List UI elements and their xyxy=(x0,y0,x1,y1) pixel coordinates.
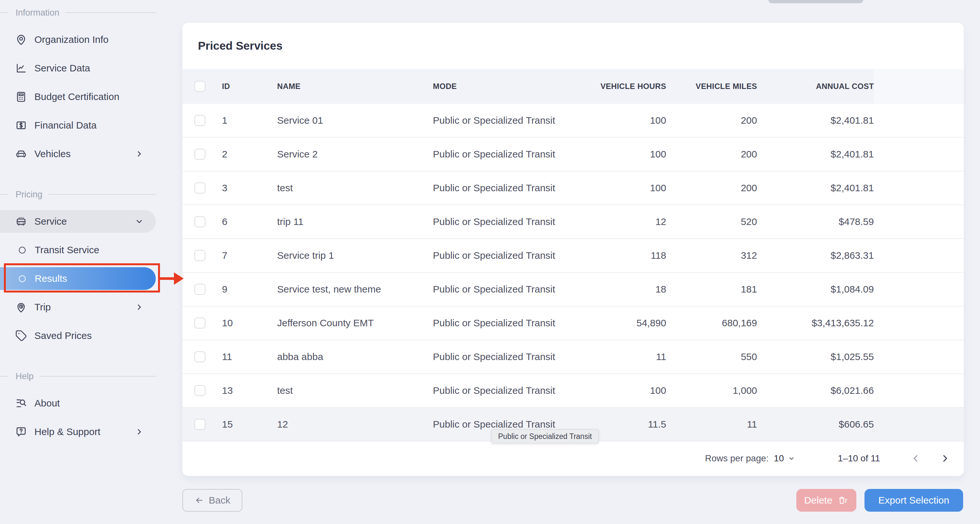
select-all-checkbox[interactable] xyxy=(194,81,205,92)
cell-vehicle-hours: 11 xyxy=(572,340,666,373)
cell-vehicle-miles: 200 xyxy=(666,104,757,137)
cell-empty xyxy=(874,306,964,339)
section-label-text: Information xyxy=(16,8,59,18)
cell-name: trip 11 xyxy=(267,205,423,238)
sidebar-item-label: Help & Support xyxy=(34,426,100,437)
sidebar-item-trip[interactable]: Trip xyxy=(0,293,156,322)
sidebar-item-about[interactable]: About xyxy=(0,389,156,417)
column-header-id[interactable]: ID xyxy=(212,69,267,104)
column-header-vehicle-hours[interactable]: VEHICLE HOURS xyxy=(572,69,666,104)
export-selection-button[interactable]: Export Selection xyxy=(864,489,963,512)
table-row[interactable]: 11 abba abba Public or Specialized Trans… xyxy=(182,340,964,374)
sidebar-item-vehicles[interactable]: Vehicles xyxy=(0,140,156,168)
row-checkbox[interactable] xyxy=(194,216,205,227)
sidebar-item-budget-certification[interactable]: Budget Certification xyxy=(0,83,156,111)
chevron-right-icon xyxy=(134,149,144,159)
cell-annual-cost: $2,401.81 xyxy=(757,104,874,137)
row-checkbox[interactable] xyxy=(194,115,205,126)
back-button[interactable]: Back xyxy=(182,489,242,512)
cell-name: Service 01 xyxy=(267,104,423,137)
table-row[interactable]: 13 test Public or Specialized Transit 10… xyxy=(182,374,964,408)
rows-per-page-label: Rows per page: xyxy=(705,453,768,463)
cell-annual-cost: $2,401.81 xyxy=(757,138,874,171)
list-search-icon xyxy=(15,397,27,409)
cell-name: Service test, new theme xyxy=(267,273,423,306)
cell-vehicle-hours: 100 xyxy=(572,104,666,137)
trip-pin-clock-icon xyxy=(15,301,27,313)
table-row[interactable]: 2 Service 2 Public or Specialized Transi… xyxy=(182,138,964,171)
cell-id: 2 xyxy=(212,138,267,171)
cell-vehicle-miles: 550 xyxy=(666,340,757,373)
row-checkbox[interactable] xyxy=(194,419,205,430)
priced-services-card: Priced Services ID NAME MODE VEHICLE HOU… xyxy=(182,23,964,476)
row-checkbox[interactable] xyxy=(194,250,205,261)
sidebar-item-transit-service[interactable]: Transit Service xyxy=(0,236,156,264)
previous-page-button[interactable] xyxy=(908,451,923,465)
export-button-label: Export Selection xyxy=(878,495,949,506)
sidebar-item-service-data[interactable]: Service Data xyxy=(0,54,156,83)
price-tag-icon xyxy=(15,330,27,342)
sidebar-item-label: Saved Prices xyxy=(34,330,92,341)
mode-tooltip: Public or Specialized Transit xyxy=(491,429,599,443)
table-row[interactable]: 7 Service trip 1 Public or Specialized T… xyxy=(182,239,964,273)
cell-mode: Public or Specialized Transit xyxy=(423,171,572,204)
cell-mode: Public or Specialized Transit xyxy=(423,104,572,137)
column-header-name[interactable]: NAME xyxy=(267,69,423,104)
sidebar-item-label: Transit Service xyxy=(35,244,99,255)
sidebar-item-saved-prices[interactable]: Saved Prices xyxy=(0,322,156,350)
row-checkbox[interactable] xyxy=(194,182,205,193)
row-checkbox[interactable] xyxy=(194,351,205,362)
cell-empty xyxy=(874,273,964,306)
cell-id: 10 xyxy=(212,306,267,339)
rows-per-page-select[interactable]: 10 xyxy=(774,453,796,463)
section-label-pricing: Pricing xyxy=(0,182,162,207)
cell-empty xyxy=(874,205,964,238)
table-row[interactable]: 1 Service 01 Public or Specialized Trans… xyxy=(182,104,964,138)
table-row[interactable]: 3 test Public or Specialized Transit 100… xyxy=(182,171,964,205)
card-title: Priced Services xyxy=(198,39,283,52)
divider xyxy=(0,12,8,13)
row-checkbox[interactable] xyxy=(194,385,205,396)
delete-button[interactable]: Delete xyxy=(796,489,856,512)
section-label-information: Information xyxy=(0,0,162,25)
shuttle-icon xyxy=(15,215,27,228)
chevron-down-icon xyxy=(787,454,796,463)
cell-vehicle-hours: 118 xyxy=(572,239,666,272)
table-row[interactable]: 10 Jefferson County EMT Public or Specia… xyxy=(182,306,964,340)
section-label-text: Help xyxy=(16,371,34,381)
table-row[interactable]: 6 trip 11 Public or Specialized Transit … xyxy=(182,205,964,239)
table-row[interactable]: 9 Service test, new theme Public or Spec… xyxy=(182,273,964,306)
cell-name: Jefferson County EMT xyxy=(267,306,423,339)
sidebar-item-service[interactable]: Service xyxy=(0,210,156,233)
sidebar-item-label: Service xyxy=(34,216,67,227)
cell-vehicle-miles: 1,000 xyxy=(666,374,757,407)
cell-id: 13 xyxy=(212,374,267,407)
column-header-mode[interactable]: MODE xyxy=(423,69,572,104)
next-page-button[interactable] xyxy=(938,451,952,465)
sidebar-item-organization-info[interactable]: Organization Info xyxy=(0,25,156,54)
column-header-vehicle-miles[interactable]: VEHICLE MILES xyxy=(666,69,757,104)
car-icon xyxy=(15,148,27,160)
cell-mode: Public or Specialized Transit xyxy=(423,138,572,171)
sidebar-item-help-support[interactable]: Help & Support xyxy=(0,417,156,446)
sidebar-item-label: Budget Certification xyxy=(34,91,119,102)
sidebar-item-financial-data[interactable]: Financial Data xyxy=(0,111,156,140)
cell-annual-cost: $478.59 xyxy=(757,205,874,238)
cell-vehicle-hours: 100 xyxy=(572,171,666,204)
cell-vehicle-hours: 100 xyxy=(572,374,666,407)
cell-vehicle-miles: 200 xyxy=(666,171,757,204)
cell-vehicle-hours: 18 xyxy=(572,273,666,306)
cell-empty xyxy=(874,104,964,137)
cell-empty xyxy=(874,239,964,272)
row-checkbox[interactable] xyxy=(194,149,205,160)
divider xyxy=(40,376,156,377)
arrow-left-icon xyxy=(194,495,204,505)
row-checkbox[interactable] xyxy=(194,284,205,295)
cell-vehicle-miles: 680,169 xyxy=(666,306,757,339)
cell-id: 11 xyxy=(212,340,267,373)
row-checkbox[interactable] xyxy=(194,317,205,328)
column-header-annual-cost[interactable]: ANNUAL COST xyxy=(757,69,874,104)
cell-id: 6 xyxy=(212,205,267,238)
divider xyxy=(65,12,156,13)
table-footer: Rows per page: 10 1–10 of 11 xyxy=(182,441,964,475)
